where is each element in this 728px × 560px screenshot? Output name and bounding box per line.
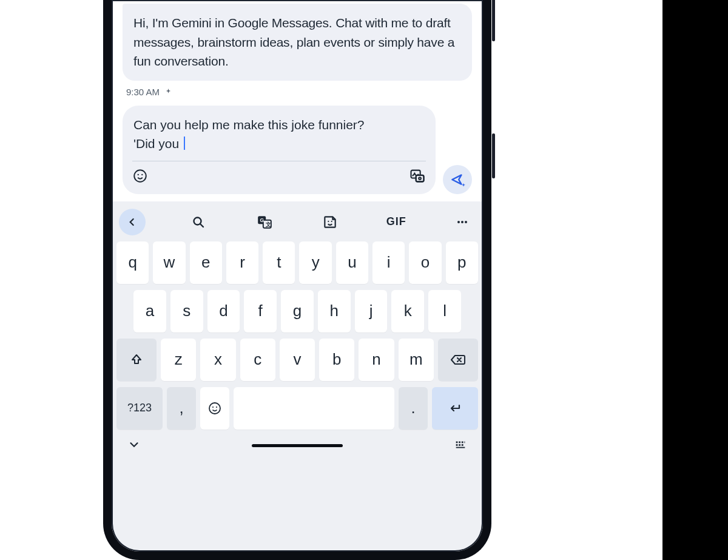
svg-rect-26 [456,444,458,446]
key-d[interactable]: d [207,290,240,332]
keyboard-more-button[interactable] [449,209,476,235]
chat-area: Hi, I'm Gemini in Google Messages. Chat … [112,0,483,201]
svg-text:G: G [260,217,264,223]
emoji-picker-button[interactable] [132,168,148,186]
keyboard-collapse-button[interactable] [119,209,146,235]
compose-row: Can you help me make this joke funnier? … [123,106,472,201]
svg-rect-28 [462,444,463,446]
keyboard-row-2: a s d f g h j k l [116,290,478,332]
key-s[interactable]: s [170,290,203,332]
key-space[interactable] [234,387,394,430]
keyboard-search-button[interactable] [185,209,212,235]
key-k[interactable]: k [391,290,424,332]
svg-point-14 [328,220,329,221]
key-symbols[interactable]: ?123 [116,387,163,430]
keyboard-row-4: ?123 , . [116,387,478,430]
key-a[interactable]: a [133,290,166,332]
page-right-strip [662,0,728,560]
svg-rect-25 [464,441,465,443]
svg-point-17 [461,221,463,223]
key-period[interactable]: . [399,387,428,430]
key-t[interactable]: t [263,241,295,284]
key-y[interactable]: y [299,241,331,284]
backspace-icon [450,353,467,367]
chat-message-meta: 9:30 AM [123,81,472,106]
key-n[interactable]: n [359,339,394,381]
svg-point-16 [457,221,460,223]
svg-point-21 [216,406,217,407]
gallery-button[interactable] [409,167,426,187]
svg-point-2 [141,174,143,175]
key-p[interactable]: p [446,241,478,284]
key-v[interactable]: v [280,339,315,381]
key-q[interactable]: q [116,241,149,284]
key-e[interactable]: e [190,241,222,284]
svg-rect-5 [416,175,424,181]
keyboard-switch-button[interactable] [454,438,467,454]
more-horizontal-icon [455,215,470,229]
key-u[interactable]: u [336,241,368,284]
sparkle-accent-icon [460,183,467,189]
translate-icon: G文 [257,214,272,230]
keyboard-translate-button[interactable]: G文 [251,209,278,235]
phone-side-button [492,133,495,178]
keyboard-row-3: z x c v b n m [116,339,478,381]
phone-mock: Hi, I'm Gemini in Google Messages. Chat … [103,0,491,560]
key-c[interactable]: c [240,339,275,381]
svg-rect-29 [456,447,465,448]
svg-point-20 [212,406,214,407]
svg-point-1 [138,174,139,175]
svg-point-18 [465,221,467,223]
send-button[interactable] [443,165,472,194]
key-f[interactable]: f [244,290,277,332]
sparkle-icon [164,88,172,96]
svg-rect-23 [459,441,460,443]
key-w[interactable]: w [153,241,185,284]
keyboard-hide-button[interactable] [127,438,141,454]
keyboard-sticker-button[interactable] [317,209,343,235]
key-l[interactable]: l [428,290,461,332]
svg-point-0 [134,170,146,182]
sticker-icon [322,214,338,230]
key-enter[interactable] [432,387,478,430]
key-comma[interactable]: , [167,387,196,430]
compose-actions [123,161,436,194]
keyboard-gif-button[interactable]: GIF [383,209,410,235]
compose-line-2: 'Did you [133,137,183,150]
keyboard-footer [116,436,478,459]
text-cursor [184,137,185,150]
svg-rect-27 [459,444,460,446]
key-j[interactable]: j [355,290,388,332]
chat-message-text: Hi, I'm Gemini in Google Messages. Chat … [133,16,454,68]
compose-text[interactable]: Can you help me make this joke funnier? … [123,106,436,157]
chevron-down-icon [127,438,141,451]
home-indicator[interactable] [252,444,343,447]
key-emoji[interactable] [200,387,229,430]
key-b[interactable]: b [319,339,354,381]
enter-icon [447,401,463,416]
key-g[interactable]: g [281,290,314,332]
key-x[interactable]: x [200,339,235,381]
keyboard-icon [454,438,467,451]
key-z[interactable]: z [161,339,196,381]
key-i[interactable]: i [372,241,405,284]
key-h[interactable]: h [318,290,351,332]
compose-line-1: Can you help me make this joke funnier? [133,118,365,132]
keyboard: G文 GIF q w e r t y u [112,201,483,552]
compose-box[interactable]: Can you help me make this joke funnier? … [123,106,436,194]
keyboard-row-1: q w e r t y u i o p [116,241,478,284]
phone-screen: Hi, I'm Gemini in Google Messages. Chat … [112,0,483,552]
key-r[interactable]: r [226,241,258,284]
chevron-left-icon [126,216,138,228]
key-shift[interactable] [116,339,157,381]
key-o[interactable]: o [409,241,441,284]
key-m[interactable]: m [399,339,434,381]
svg-rect-22 [456,441,458,443]
keyboard-toolbar: G文 GIF [116,207,478,241]
smile-icon [207,401,222,416]
search-icon [191,215,206,229]
phone-side-button [492,0,495,41]
chat-message-gemini: Hi, I'm Gemini in Google Messages. Chat … [123,4,472,81]
gallery-icon [409,167,426,184]
key-backspace[interactable] [438,339,478,381]
